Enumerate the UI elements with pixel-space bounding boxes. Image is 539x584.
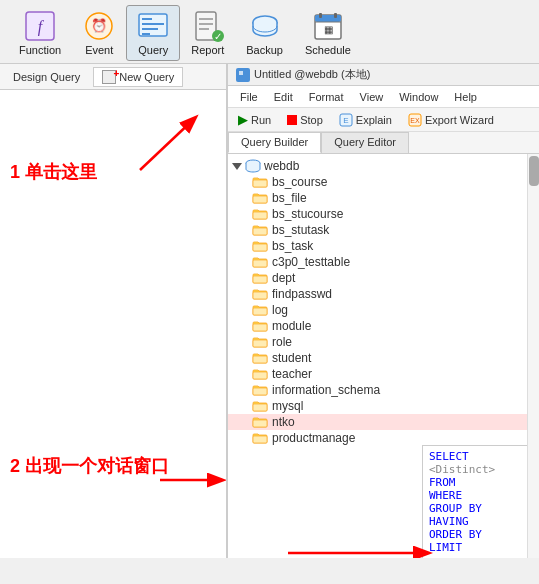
svg-text:⏰: ⏰ [91, 17, 108, 34]
svg-rect-45 [253, 404, 267, 411]
toolbar-report[interactable]: ✓ Report [180, 5, 235, 61]
folder-icon [252, 400, 268, 412]
schedule-icon: ▦ [312, 10, 344, 42]
tree-node-log[interactable]: log [228, 302, 527, 318]
folder-icon [252, 192, 268, 204]
menu-view[interactable]: View [352, 90, 392, 104]
svg-rect-47 [253, 436, 267, 443]
explain-button[interactable]: E Explain [333, 112, 398, 128]
menu-edit[interactable]: Edit [266, 90, 301, 104]
menu-window[interactable]: Window [391, 90, 446, 104]
tree-node-productmanage[interactable]: productmanage [228, 430, 527, 446]
svg-rect-39 [253, 308, 267, 315]
tree-node-bs_course[interactable]: bs_course [228, 174, 527, 190]
annotation-area: 1 单击这里 2 出现一个对话窗口 [0, 90, 226, 558]
svg-rect-31 [253, 180, 267, 187]
window-title: Untitled @webdb (本地) [254, 67, 370, 82]
folder-icon [252, 208, 268, 220]
tree-node-c3p0_testtable[interactable]: c3p0_testtable [228, 254, 527, 270]
svg-rect-43 [253, 372, 267, 379]
function-icon: f [24, 10, 56, 42]
query-icon [137, 10, 169, 42]
stop-icon [287, 115, 297, 125]
node-label: bs_stucourse [272, 207, 343, 221]
content-area: webdb bs_course bs_file bs_stucourse bs_… [228, 154, 539, 558]
sql-limit: LIMIT [429, 541, 462, 554]
tree-node-module[interactable]: module [228, 318, 527, 334]
scrollbar[interactable] [527, 154, 539, 558]
tab-query-editor-label: Query Editor [334, 136, 396, 148]
folder-icon [252, 288, 268, 300]
main-toolbar: f Function ⏰ Event Query ✓ Rep [0, 0, 539, 64]
new-query-icon [102, 70, 116, 84]
menu-bar: File Edit Format View Window Help [228, 86, 539, 108]
stop-button[interactable]: Stop [281, 113, 329, 127]
report-label: Report [191, 44, 224, 56]
tree-node-bs_file[interactable]: bs_file [228, 190, 527, 206]
query-bar: Design Query New Query [0, 64, 226, 90]
tree-node-findpasswd[interactable]: findpasswd [228, 286, 527, 302]
toolbar-event[interactable]: ⏰ Event [72, 5, 126, 61]
svg-rect-38 [253, 292, 267, 299]
svg-rect-17 [315, 15, 341, 22]
tree-node-student[interactable]: student [228, 350, 527, 366]
menu-format[interactable]: Format [301, 90, 352, 104]
sql-from: FROM [429, 476, 456, 489]
tree-node-information_schema[interactable]: information_schema [228, 382, 527, 398]
folder-icon [252, 256, 268, 268]
node-label: student [272, 351, 311, 365]
folder-icon [252, 224, 268, 236]
svg-rect-41 [253, 340, 267, 347]
svg-rect-6 [142, 23, 164, 25]
toolbar-backup[interactable]: Backup [235, 5, 294, 61]
folder-icon [252, 304, 268, 316]
tree-node-mysql[interactable]: mysql [228, 398, 527, 414]
tree-node-bs_stucourse[interactable]: bs_stucourse [228, 206, 527, 222]
design-query-button[interactable]: Design Query [4, 68, 89, 86]
svg-line-22 [140, 118, 195, 170]
folder-icon [252, 336, 268, 348]
tree-node-role[interactable]: role [228, 334, 527, 350]
expand-icon [232, 163, 242, 170]
tree-node-ntko[interactable]: ntko [228, 414, 527, 430]
svg-rect-19 [319, 13, 322, 18]
tab-query-builder[interactable]: Query Builder [228, 132, 321, 153]
tree-node-teacher[interactable]: teacher [228, 366, 527, 382]
svg-rect-34 [253, 228, 267, 235]
svg-rect-5 [142, 18, 152, 20]
tree-node-bs_stutask[interactable]: bs_stutask [228, 222, 527, 238]
function-label: Function [19, 44, 61, 56]
folder-icon [252, 176, 268, 188]
toolbar-schedule[interactable]: ▦ Schedule [294, 5, 362, 61]
folder-icon [252, 432, 268, 444]
node-label: log [272, 303, 288, 317]
svg-rect-10 [199, 18, 213, 20]
svg-rect-42 [253, 356, 267, 363]
tree-root-webdb[interactable]: webdb [228, 158, 527, 174]
main-area: Design Query New Query 1 单击这里 2 出现一个对话窗口 [0, 64, 539, 558]
svg-text:E: E [343, 116, 348, 125]
arrow1-overlay [0, 90, 228, 550]
folder-icon [252, 368, 268, 380]
run-button[interactable]: ▶ Run [232, 111, 277, 128]
toolbar-query[interactable]: Query [126, 5, 180, 61]
node-label: findpasswd [272, 287, 332, 301]
node-label: bs_file [272, 191, 307, 205]
menu-help[interactable]: Help [446, 90, 485, 104]
sql-having: HAVING [429, 515, 469, 528]
svg-rect-32 [253, 196, 267, 203]
tree-node-dept[interactable]: dept [228, 270, 527, 286]
svg-rect-33 [253, 212, 267, 219]
node-label: bs_course [272, 175, 327, 189]
annotation-step2: 2 出现一个对话窗口 [10, 454, 169, 478]
menu-file[interactable]: File [232, 90, 266, 104]
node-label: bs_stutask [272, 223, 329, 237]
tab-query-editor[interactable]: Query Editor [321, 132, 409, 153]
svg-rect-37 [253, 276, 267, 283]
new-query-button[interactable]: New Query [93, 67, 183, 87]
toolbar-function[interactable]: f Function [8, 5, 72, 61]
folder-icon [252, 320, 268, 332]
export-wizard-button[interactable]: EX Export Wizard [402, 112, 500, 128]
tree-node-bs_task[interactable]: bs_task [228, 238, 527, 254]
node-label: c3p0_testtable [272, 255, 350, 269]
